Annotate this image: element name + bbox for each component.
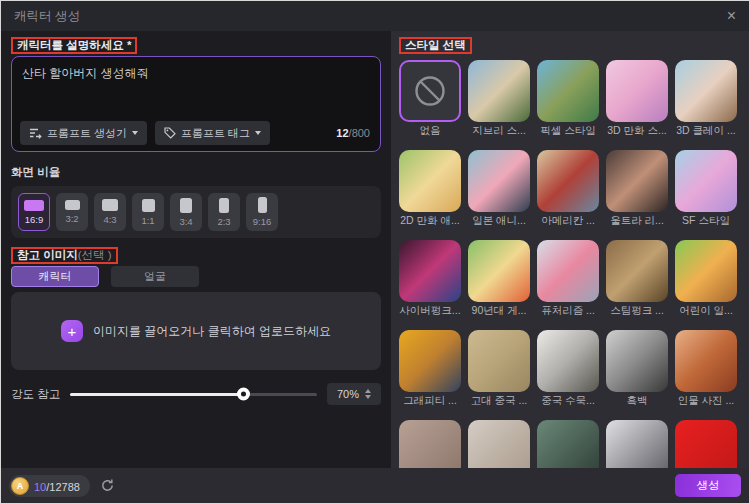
char-counter: 12/800 <box>336 127 370 139</box>
stepper-arrows <box>365 389 371 399</box>
aspect-ratio-label: 화면 비율 <box>11 165 381 180</box>
plus-icon: + <box>61 320 83 342</box>
stepper-down-icon[interactable] <box>365 395 371 399</box>
prompt-textarea[interactable]: 산타 할아버지 생성해줘 프롬프트 생성기 프롬프트 태그 12/800 <box>11 56 381 152</box>
style-option[interactable]: 아메리칸 ... <box>537 150 599 228</box>
style-option-none[interactable]: 없음 <box>399 60 461 138</box>
style-thumbnail[interactable] <box>399 330 461 392</box>
strength-stepper[interactable]: 70% <box>327 383 381 405</box>
style-option[interactable]: 지브리 스... <box>468 60 530 138</box>
dialog-title: 캐릭터 생성 <box>14 8 80 25</box>
style-option[interactable]: 3D 만화 스... <box>606 60 668 138</box>
style-option[interactable]: 픽셀 스타일 <box>537 60 599 138</box>
style-option[interactable]: 2D 만화 애... <box>399 150 461 228</box>
tab-character[interactable]: 캐릭터 <box>11 266 99 287</box>
style-thumbnail[interactable] <box>537 60 599 122</box>
style-option[interactable]: 고대 중국 ... <box>468 330 530 408</box>
style-thumbnail[interactable] <box>606 330 668 392</box>
prompt-toolbar: 프롬프트 생성기 프롬프트 태그 12/800 <box>20 121 370 145</box>
ratio-4-3[interactable]: 4:3 <box>94 193 126 231</box>
style-tile-none[interactable] <box>399 60 461 122</box>
style-option[interactable] <box>675 420 737 468</box>
style-option[interactable]: SF 스타일 <box>675 150 737 228</box>
style-thumbnail[interactable] <box>675 150 737 212</box>
tab-face[interactable]: 얼굴 <box>111 266 199 287</box>
style-thumbnail[interactable] <box>399 240 461 302</box>
stepper-up-icon[interactable] <box>365 389 371 393</box>
ratio-shape <box>65 200 80 210</box>
strength-slider[interactable] <box>70 393 317 396</box>
style-option[interactable]: 스팀펑크 ... <box>606 240 668 318</box>
strength-value: 70% <box>337 388 359 400</box>
style-option[interactable] <box>537 420 599 468</box>
style-option[interactable]: 울트라 리... <box>606 150 668 228</box>
prompt-text[interactable]: 산타 할아버지 생성해줘 <box>22 65 370 82</box>
style-thumbnail[interactable] <box>468 420 530 468</box>
style-thumbnail[interactable] <box>675 60 737 122</box>
ratio-9-16[interactable]: 9:16 <box>246 193 278 231</box>
dialog-content: 캐릭터를 설명하세요 * 산타 할아버지 생성해줘 프롬프트 생성기 프롬프트 … <box>1 31 749 468</box>
image-upload-dropzone[interactable]: + 이미지를 끌어오거나 클릭하여 업로드하세요 <box>11 292 381 370</box>
style-thumbnail[interactable] <box>606 150 668 212</box>
ratio-1-1[interactable]: 1:1 <box>132 193 164 231</box>
style-picker-label: 스타일 선택 <box>405 39 466 51</box>
style-thumbnail[interactable] <box>468 150 530 212</box>
prompt-tag-button[interactable]: 프롬프트 태그 <box>155 121 270 145</box>
prompt-label: 캐릭터를 설명하세요 * <box>17 39 131 51</box>
style-option[interactable]: 퓨처리즘 ... <box>537 240 599 318</box>
ratio-shape <box>258 197 267 213</box>
ratio-16-9[interactable]: 16:9 <box>18 193 50 231</box>
ratio-3-4[interactable]: 3:4 <box>170 193 202 231</box>
style-label-annotation: 스타일 선택 <box>399 37 472 54</box>
ratio-shape <box>180 198 192 213</box>
style-thumbnail[interactable] <box>606 240 668 302</box>
style-option[interactable]: 중국 수묵... <box>537 330 599 408</box>
style-option[interactable]: 어린이 일... <box>675 240 737 318</box>
style-grid: 없음 지브리 스... 픽셀 스타일 3D 만화 스... 3D 클레이 ... <box>399 60 749 468</box>
ratio-shape <box>24 200 44 211</box>
style-option[interactable]: 그래피티 ... <box>399 330 461 408</box>
style-option[interactable]: 일본 애니... <box>468 150 530 228</box>
style-thumbnail[interactable] <box>468 60 530 122</box>
close-icon[interactable]: × <box>727 8 736 24</box>
style-option[interactable]: 90년대 게... <box>468 240 530 318</box>
reference-image-label: 참고 이미지 <box>17 249 78 261</box>
style-thumbnail[interactable] <box>537 420 599 468</box>
credit-coin-icon: A <box>11 477 29 495</box>
prompt-generator-button[interactable]: 프롬프트 생성기 <box>20 121 147 145</box>
slider-thumb[interactable] <box>237 388 250 401</box>
style-thumbnail[interactable] <box>675 240 737 302</box>
credits-badge[interactable]: A 10/12788 <box>9 475 90 497</box>
style-option[interactable]: 흑백 <box>606 330 668 408</box>
style-thumbnail[interactable] <box>675 420 737 468</box>
style-thumbnail[interactable] <box>537 240 599 302</box>
ratio-3-2[interactable]: 3:2 <box>56 193 88 231</box>
refresh-icon[interactable] <box>100 478 115 493</box>
style-option[interactable]: 사이버펑크... <box>399 240 461 318</box>
ratio-shape <box>219 198 229 213</box>
style-option[interactable] <box>399 420 461 468</box>
character-generation-dialog: 캐릭터 생성 × 캐릭터를 설명하세요 * 산타 할아버지 생성해줘 프롬프트 … <box>0 0 750 504</box>
style-option[interactable]: 인물 사진 ... <box>675 330 737 408</box>
style-thumbnail[interactable] <box>468 240 530 302</box>
strength-label: 강도 참고 <box>11 387 60 402</box>
style-option[interactable]: 3D 클레이 ... <box>675 60 737 138</box>
left-panel: 캐릭터를 설명하세요 * 산타 할아버지 생성해줘 프롬프트 생성기 프롬프트 … <box>1 31 391 468</box>
style-thumbnail[interactable] <box>606 60 668 122</box>
chevron-down-icon <box>255 131 261 135</box>
style-thumbnail[interactable] <box>675 330 737 392</box>
style-thumbnail[interactable] <box>537 150 599 212</box>
style-thumbnail[interactable] <box>537 330 599 392</box>
style-thumbnail[interactable] <box>468 330 530 392</box>
generate-button[interactable]: 생성 <box>675 474 741 497</box>
reference-tabs: 캐릭터 얼굴 <box>11 266 381 287</box>
style-thumbnail[interactable] <box>606 420 668 468</box>
style-thumbnail[interactable] <box>399 420 461 468</box>
style-option[interactable] <box>468 420 530 468</box>
credits-total: /12788 <box>46 481 80 493</box>
ratio-2-3[interactable]: 2:3 <box>208 193 240 231</box>
aspect-ratio-group: 16:9 3:2 4:3 1:1 3:4 <box>11 186 381 238</box>
style-option[interactable] <box>606 420 668 468</box>
prompt-label-annotation: 캐릭터를 설명하세요 * <box>11 37 137 54</box>
style-thumbnail[interactable] <box>399 150 461 212</box>
